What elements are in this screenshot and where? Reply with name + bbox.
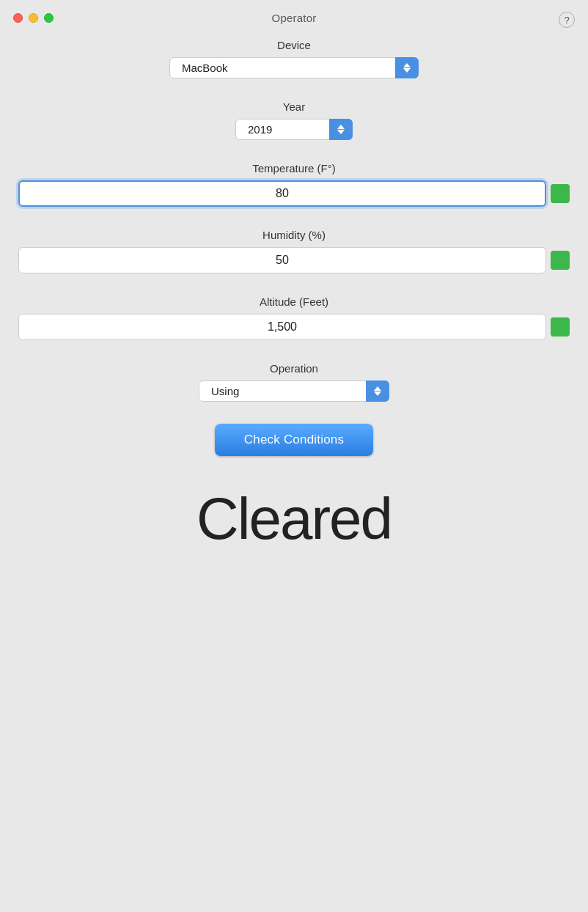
year-field-group: Year 2017 2018 2019 2020 2021 <box>15 100 573 140</box>
humidity-field-group: Humidity (%) <box>15 229 573 273</box>
temperature-label: Temperature (F°) <box>252 162 336 174</box>
temperature-status-indicator <box>551 184 570 203</box>
year-field-row: 2017 2018 2019 2020 2021 <box>15 119 573 140</box>
device-select[interactable]: MacBook iPhone iPad iMac Mac Pro <box>169 57 419 78</box>
check-conditions-button[interactable]: Check Conditions <box>215 424 373 456</box>
help-button[interactable]: ? <box>559 12 575 28</box>
year-select[interactable]: 2017 2018 2019 2020 2021 <box>235 119 353 140</box>
altitude-input-row <box>15 314 573 340</box>
operation-field-group: Operation Using Charging Idle <box>15 362 573 402</box>
device-field-group: Device MacBook iPhone iPad iMac Mac Pro <box>15 39 573 78</box>
device-field-row: MacBook iPhone iPad iMac Mac Pro <box>15 57 573 78</box>
temperature-input[interactable] <box>18 180 546 207</box>
content-area: Device MacBook iPhone iPad iMac Mac Pro <box>0 32 588 912</box>
operation-select[interactable]: Using Charging Idle <box>199 380 389 402</box>
operation-label: Operation <box>270 362 318 375</box>
humidity-label: Humidity (%) <box>262 229 326 241</box>
device-label: Device <box>277 39 311 51</box>
close-button[interactable] <box>13 13 23 23</box>
window-title: Operator <box>272 12 317 24</box>
minimize-button[interactable] <box>29 13 38 23</box>
altitude-label: Altitude (Feet) <box>260 295 328 308</box>
altitude-input[interactable] <box>18 314 546 340</box>
humidity-input-row <box>15 247 573 273</box>
maximize-button[interactable] <box>44 13 54 23</box>
operation-select-wrapper: Using Charging Idle <box>199 380 389 402</box>
temperature-input-row <box>15 180 573 207</box>
device-select-wrapper: MacBook iPhone iPad iMac Mac Pro <box>169 57 419 78</box>
title-bar: Operator ? <box>0 0 588 32</box>
year-label: Year <box>283 100 305 113</box>
temperature-field-group: Temperature (F°) <box>15 162 573 207</box>
humidity-status-indicator <box>551 251 570 270</box>
result-text: Cleared <box>196 485 392 553</box>
humidity-input[interactable] <box>18 247 546 273</box>
altitude-status-indicator <box>551 317 570 337</box>
traffic-lights <box>13 13 54 23</box>
main-window: Operator ? Device MacBook iPhone iPad iM… <box>0 0 588 912</box>
operation-field-row: Using Charging Idle <box>15 380 573 402</box>
altitude-field-group: Altitude (Feet) <box>15 295 573 340</box>
year-select-wrapper: 2017 2018 2019 2020 2021 <box>235 119 353 140</box>
